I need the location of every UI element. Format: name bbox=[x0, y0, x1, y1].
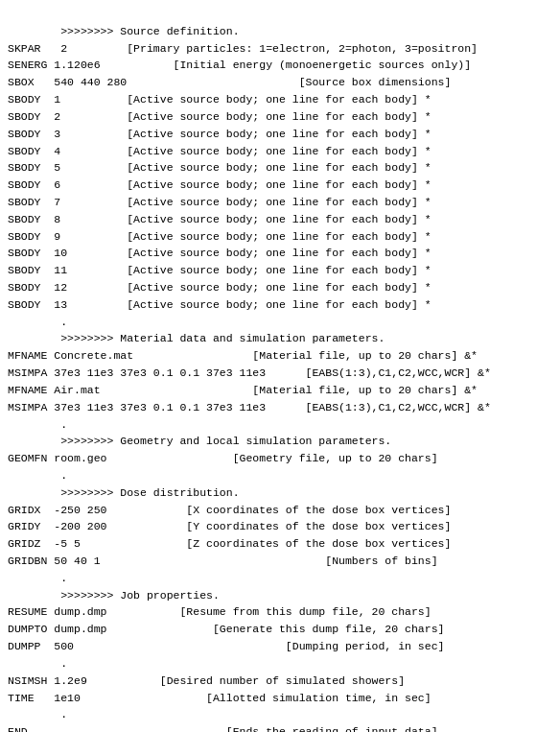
code-line: SBODY 12 [Active source body; one line f… bbox=[8, 279, 552, 296]
code-line: . bbox=[8, 314, 552, 331]
code-line: SBODY 11 [Active source body; one line f… bbox=[8, 262, 552, 279]
code-line: GRIDZ -5 5 [Z coordinates of the dose bo… bbox=[8, 535, 552, 553]
code-line: SBODY 1 [Active source body; one line fo… bbox=[8, 91, 552, 108]
code-line: SBODY 13 [Active source body; one line f… bbox=[8, 296, 552, 314]
code-line: DUMPP 500 [Dumping period, in sec] bbox=[8, 638, 552, 655]
code-line: MFNAME Air.mat [Material file, up to 20 … bbox=[8, 382, 552, 399]
code-line: . bbox=[8, 655, 552, 673]
code-line: SBODY 2 [Active source body; one line fo… bbox=[8, 108, 552, 126]
code-line: SBODY 3 [Active source body; one line fo… bbox=[8, 126, 552, 143]
code-line: END [Ends the reading of input data] bbox=[8, 723, 552, 732]
code-line: SBODY 10 [Active source body; one line f… bbox=[8, 245, 552, 262]
code-line: MSIMPA 37e3 11e3 37e3 0.1 0.1 37e3 11e3 … bbox=[8, 399, 552, 416]
code-line: MFNAME Concrete.mat [Material file, up t… bbox=[8, 347, 552, 365]
code-line: >>>>>>>> Dose distribution. bbox=[8, 484, 552, 502]
code-line: MSIMPA 37e3 11e3 37e3 0.1 0.1 37e3 11e3 … bbox=[8, 365, 552, 382]
code-line: SBODY 7 [Active source body; one line fo… bbox=[8, 194, 552, 211]
code-line: GEOMFN room.geo [Geometry file, up to 20… bbox=[8, 450, 552, 467]
code-line: DUMPTO dump.dmp [Generate this dump file… bbox=[8, 621, 552, 638]
code-line: GRIDBN 50 40 1 [Numbers of bins] bbox=[8, 553, 552, 570]
code-line: . bbox=[8, 416, 552, 434]
code-line: SBODY 8 [Active source body; one line fo… bbox=[8, 211, 552, 228]
code-line: NSIMSH 1.2e9 [Desired number of simulate… bbox=[8, 673, 552, 690]
code-line: . bbox=[8, 570, 552, 587]
code-line: SENERG 1.120e6 [Initial energy (monoener… bbox=[8, 57, 552, 74]
code-line: TIME 1e10 [Allotted simulation time, in … bbox=[8, 690, 552, 707]
code-line: . bbox=[8, 467, 552, 484]
code-line: SKPAR 2 [Primary particles: 1=electron, … bbox=[8, 40, 552, 58]
code-line: SBODY 6 [Active source body; one line fo… bbox=[8, 177, 552, 194]
code-line: >>>>>>>> Geometry and local simulation p… bbox=[8, 433, 552, 450]
code-line: >>>>>>>> Material data and simulation pa… bbox=[8, 330, 552, 347]
code-line: >>>>>>>> Source definition. bbox=[8, 23, 552, 40]
code-line: >>>>>>>> Job properties. bbox=[8, 587, 552, 604]
code-line: RESUME dump.dmp [Resume from this dump f… bbox=[8, 603, 552, 621]
code-line: GRIDY -200 200 [Y coordinates of the dos… bbox=[8, 518, 552, 535]
code-line: SBODY 9 [Active source body; one line fo… bbox=[8, 228, 552, 246]
code-line: . bbox=[8, 706, 552, 723]
code-line: GRIDX -250 250 [X coordinates of the dos… bbox=[8, 502, 552, 519]
code-content: >>>>>>>> Source definition.SKPAR 2 [Prim… bbox=[0, 0, 560, 732]
code-line: SBODY 4 [Active source body; one line fo… bbox=[8, 143, 552, 160]
code-line: SBOX 540 440 280 [Source box dimensions] bbox=[8, 74, 552, 91]
code-line: SBODY 5 [Active source body; one line fo… bbox=[8, 159, 552, 177]
